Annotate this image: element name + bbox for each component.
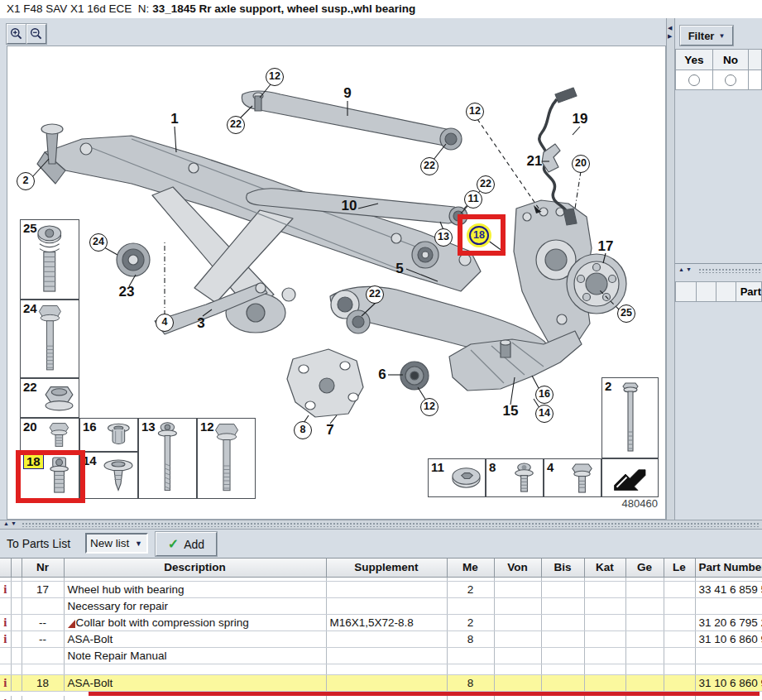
parts-list-dropdown[interactable]: New list ▼ xyxy=(85,533,148,554)
cell-von xyxy=(494,696,541,700)
part-box-12[interactable]: 12 xyxy=(197,418,256,499)
horizontal-splitter[interactable]: ▲▼ xyxy=(0,520,762,530)
callout-1[interactable]: 1 xyxy=(164,111,185,127)
part-box-22[interactable]: 22 xyxy=(20,378,79,418)
zoom-out-button[interactable] xyxy=(26,24,46,44)
callout-22[interactable]: 22 xyxy=(366,285,384,304)
info-icon[interactable]: i xyxy=(3,697,7,700)
callout-12[interactable]: 12 xyxy=(466,103,484,121)
splitter-arrows-icon[interactable]: ▲▼ xyxy=(678,266,693,272)
callout-9[interactable]: 9 xyxy=(337,85,358,102)
col-header-Le: Le xyxy=(664,559,695,577)
callout-12[interactable]: 12 xyxy=(266,68,284,86)
cell-le xyxy=(664,674,695,691)
filter-col-extra xyxy=(749,50,762,70)
info-icon[interactable]: i xyxy=(3,676,7,689)
part-box-16[interactable]: 16 xyxy=(79,418,138,452)
callout-16[interactable]: 16 xyxy=(535,386,554,404)
panel-divider xyxy=(675,263,762,264)
panel-splitter[interactable]: ▲▼ xyxy=(675,266,762,275)
cell-ge xyxy=(625,614,664,630)
info-icon[interactable]: i xyxy=(3,616,7,629)
filter-yes-radio[interactable] xyxy=(688,74,700,86)
parts-row[interactable]: Necessary for repair xyxy=(0,597,762,614)
part-box-24[interactable]: 24 xyxy=(20,300,79,378)
cell-description: Pulse generator, DSC rear xyxy=(64,696,326,700)
part-box-2[interactable]: 2 xyxy=(601,377,659,458)
cell-bis xyxy=(541,581,584,597)
cell-bis xyxy=(541,647,584,664)
callout-12[interactable]: 12 xyxy=(420,398,439,416)
callout-22[interactable]: 22 xyxy=(477,175,495,194)
callout-3[interactable]: 3 xyxy=(190,315,212,332)
callout-19[interactable]: 19 xyxy=(569,111,591,127)
col-header-Bis: Bis xyxy=(541,559,584,577)
callout-10[interactable]: 10 xyxy=(338,198,360,214)
callout-25[interactable]: 25 xyxy=(617,304,635,323)
part-box-25[interactable]: 25 xyxy=(20,219,79,300)
filter-button[interactable]: Filter ▼ xyxy=(680,26,733,46)
callout-4[interactable]: 4 xyxy=(156,314,174,332)
collapse-right-icon[interactable]: ▶ xyxy=(668,33,674,40)
callout-8[interactable]: 8 xyxy=(294,421,312,439)
vertical-splitter[interactable]: ◀ ▶ xyxy=(666,18,675,520)
callout-11[interactable]: 11 xyxy=(464,190,482,209)
splitter-arrows-icon[interactable]: ▲▼ xyxy=(3,520,18,526)
cell-blank xyxy=(11,630,22,647)
cell-bis xyxy=(541,696,584,700)
info-icon[interactable]: i xyxy=(3,583,7,596)
add-button[interactable]: ✓ Add xyxy=(156,532,217,556)
part-box-13[interactable]: 13 xyxy=(138,418,197,499)
filter-col-no: No xyxy=(712,50,749,70)
panel-col-1 xyxy=(676,282,697,302)
parts-list-toolbar: To Parts List New list ▼ ✓ Add xyxy=(0,530,762,558)
part-box-8[interactable]: 8 xyxy=(486,458,544,497)
callout-14[interactable]: 14 xyxy=(535,405,554,423)
callout-6[interactable]: 6 xyxy=(371,367,393,383)
cell-info xyxy=(0,647,11,664)
callout-20[interactable]: 20 xyxy=(572,155,590,173)
part-box-label: 24 xyxy=(23,301,37,315)
chevron-down-icon: ▼ xyxy=(135,539,146,548)
callout-13[interactable]: 13 xyxy=(434,228,453,247)
parts-row---[interactable]: i--ASA-Bolt831 10 6 860 974 xyxy=(0,630,762,647)
parts-row---[interactable]: i--Collar bolt with compression springM1… xyxy=(0,614,762,630)
part-box-4[interactable]: 4 xyxy=(544,458,601,497)
cell-von xyxy=(494,664,541,674)
filter-no-radio[interactable] xyxy=(725,74,736,86)
callout-24[interactable]: 24 xyxy=(89,233,108,252)
parts-row-19[interactable]: i19Pulse generator, DSC rear234 52 6 858… xyxy=(0,696,762,700)
callout-15[interactable]: 15 xyxy=(500,403,521,420)
part-box-14[interactable]: 14 xyxy=(79,452,138,499)
splitter-dots xyxy=(698,268,762,273)
col-header-Part Number: Part Number xyxy=(695,559,762,577)
part-box-11[interactable]: 11 xyxy=(428,458,486,497)
cell-part_number xyxy=(695,597,762,614)
cell-description: Note Repair Manual xyxy=(64,647,326,664)
cell-le xyxy=(664,696,695,700)
cell-part_number: 34 52 6 858 466 xyxy=(695,696,762,700)
callout-22[interactable]: 22 xyxy=(420,157,439,175)
parts-row[interactable]: Note Repair Manual xyxy=(0,647,762,664)
callout-21[interactable]: 21 xyxy=(524,153,545,170)
parts-row-18[interactable]: i18ASA-Bolt831 10 6 860 974 xyxy=(0,674,762,691)
callout-17[interactable]: 17 xyxy=(595,238,616,255)
callout-22[interactable]: 22 xyxy=(227,116,245,134)
splitter-dots xyxy=(22,522,760,527)
part-box-arrow[interactable] xyxy=(601,458,659,497)
info-icon[interactable]: i xyxy=(3,632,7,645)
parts-row-17[interactable]: i17Wheel hub with bearing233 41 6 859 54… xyxy=(0,581,762,597)
cell-supplement xyxy=(326,630,447,647)
cell-nr xyxy=(22,664,64,674)
part-box-20[interactable]: 20 xyxy=(20,418,79,452)
part-box-label: 20 xyxy=(23,420,37,434)
callout-23[interactable]: 23 xyxy=(116,284,137,300)
clip-icon xyxy=(102,455,135,496)
zoom-in-button[interactable] xyxy=(7,24,26,44)
callout-2[interactable]: 2 xyxy=(17,172,35,190)
cell-nr: 18 xyxy=(22,674,64,691)
part-box-label: 13 xyxy=(141,420,156,434)
callout-5[interactable]: 5 xyxy=(389,261,410,277)
callout-7[interactable]: 7 xyxy=(319,422,341,439)
collapse-left-icon[interactable]: ◀ xyxy=(668,25,674,31)
